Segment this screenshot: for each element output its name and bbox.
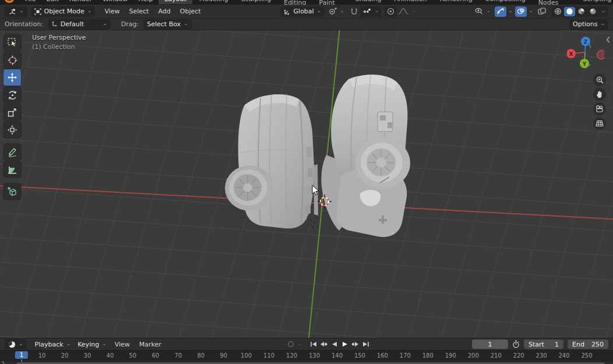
- options-dropdown[interactable]: Options ⌄: [569, 19, 608, 30]
- play-button[interactable]: [340, 340, 349, 348]
- tab-texture-paint[interactable]: Texture Paint: [313, 0, 348, 5]
- chevron-down-icon[interactable]: ⌄: [298, 341, 302, 347]
- snap-target-dropdown[interactable]: ⌄: [360, 6, 382, 17]
- sidebar-toggle-arrow[interactable]: ❮: [606, 36, 611, 43]
- ruler-tick-label: 220: [513, 352, 524, 359]
- chevron-down-icon[interactable]: ⌄: [529, 8, 533, 13]
- pan-button[interactable]: [593, 88, 606, 101]
- menu-file[interactable]: File: [20, 0, 41, 3]
- object-visibility-dropdown[interactable]: ⌄: [473, 6, 493, 17]
- timeline-marker-menu[interactable]: Marker: [135, 341, 166, 348]
- ruler-tick-label: 190: [445, 352, 456, 359]
- menu-help[interactable]: Help: [133, 0, 158, 3]
- jump-to-end-button[interactable]: [361, 340, 370, 348]
- active-collection-label: (1) Collection: [32, 43, 86, 51]
- current-frame-field[interactable]: 1: [472, 340, 508, 349]
- menu-object[interactable]: Object: [175, 8, 206, 15]
- tab-scripting[interactable]: Scripting: [577, 0, 613, 4]
- tab-rendering[interactable]: Rendering: [434, 0, 478, 4]
- current-frame-indicator[interactable]: 1: [15, 351, 28, 359]
- tool-select-box[interactable]: [3, 34, 21, 51]
- gizmo-neg-x-axis[interactable]: [597, 51, 605, 59]
- menu-add[interactable]: Add: [153, 8, 175, 15]
- 3d-viewport[interactable]: User Perspective (1) Collection: [0, 30, 613, 338]
- menu-render[interactable]: Render: [64, 0, 97, 3]
- xray-toggle[interactable]: [536, 6, 548, 17]
- tab-animation[interactable]: Animation: [388, 0, 432, 4]
- tool-cursor[interactable]: [3, 52, 21, 68]
- ruler-tick-label: 110: [263, 352, 274, 359]
- snap-toggle[interactable]: [348, 6, 360, 17]
- chevron-down-icon[interactable]: ⌄: [508, 8, 513, 13]
- snap-increment-icon: [362, 8, 372, 15]
- transform-orientation-dropdown[interactable]: Global ⌄: [280, 6, 325, 17]
- tool-rotate[interactable]: [3, 87, 21, 103]
- prev-keyframe-button[interactable]: [319, 340, 328, 348]
- proportional-falloff-dropdown[interactable]: ⌄: [396, 6, 418, 17]
- tab-layout[interactable]: Layout: [158, 0, 192, 4]
- jump-to-start-button[interactable]: [309, 340, 318, 348]
- pivot-point-icon: [329, 8, 337, 15]
- shading-wireframe-button[interactable]: [552, 7, 563, 16]
- overlays-icon: [517, 8, 525, 15]
- next-keyframe-button[interactable]: [351, 340, 360, 348]
- editor-type-button[interactable]: ⌄: [5, 6, 27, 17]
- cursor-tool-icon: [8, 55, 17, 65]
- shading-material-button[interactable]: [576, 7, 587, 16]
- shading-solid-button[interactable]: [564, 7, 575, 16]
- perspective-toggle-button[interactable]: [593, 117, 606, 130]
- tab-compositing[interactable]: Compositing: [480, 0, 531, 4]
- tool-move[interactable]: [3, 69, 21, 86]
- auto-keying-toggle[interactable]: [285, 339, 297, 349]
- proportional-editing-toggle[interactable]: [385, 6, 396, 17]
- orientation-default-dropdown[interactable]: Default ⌄: [48, 19, 111, 30]
- ruler-tick-label: 10: [38, 352, 46, 359]
- camera-icon: [596, 105, 604, 112]
- timeline-corner-icon[interactable]: ❯: [1, 361, 5, 364]
- tab-uv-editing[interactable]: UV Editing: [278, 0, 312, 5]
- menu-edit[interactable]: Edit: [41, 0, 64, 3]
- falloff-curve-icon: [398, 8, 408, 15]
- tab-geometry-nodes[interactable]: Geometry Nodes: [533, 0, 576, 5]
- blender-logo-icon[interactable]: [5, 0, 14, 3]
- end-frame-field[interactable]: End 250: [568, 340, 608, 349]
- timeline-editor-type-button[interactable]: ⌄: [5, 339, 27, 349]
- show-gizmo-toggle[interactable]: [495, 6, 506, 17]
- mesh-object-left[interactable]: [225, 94, 314, 228]
- tool-measure[interactable]: [3, 161, 21, 178]
- timeline-ruler[interactable]: 1 10203040506070809010011012013014015016…: [0, 350, 613, 362]
- xray-icon: [538, 8, 546, 15]
- tab-sculpting[interactable]: Sculpting: [235, 0, 277, 4]
- tool-transform[interactable]: [3, 122, 21, 138]
- drag-select-box-dropdown[interactable]: Select Box ⌄: [143, 19, 191, 30]
- tab-shading[interactable]: Shading: [350, 0, 387, 4]
- menu-view[interactable]: View: [100, 8, 124, 15]
- keying-menu[interactable]: Keying⌄: [74, 339, 110, 349]
- play-reverse-button[interactable]: [330, 340, 339, 348]
- tool-scale[interactable]: [3, 104, 21, 121]
- chevron-down-icon: ⌄: [87, 8, 92, 13]
- menu-select[interactable]: Select: [125, 8, 154, 15]
- camera-view-button[interactable]: [593, 103, 606, 115]
- material-preview-icon: [577, 8, 585, 15]
- pivot-point-dropdown[interactable]: ⌄: [327, 6, 346, 17]
- timeline-view-menu[interactable]: View: [110, 341, 135, 348]
- menu-window[interactable]: Window: [97, 0, 133, 3]
- navigation-gizmo[interactable]: Z X Y: [567, 33, 604, 70]
- zoom-button[interactable]: [593, 73, 606, 86]
- shading-mode-group: ⌄: [551, 6, 608, 17]
- ruler-tick-label: 80: [197, 352, 205, 359]
- mesh-object-right[interactable]: [313, 75, 410, 237]
- chevron-down-icon[interactable]: ⌄: [599, 8, 607, 13]
- mode-selector[interactable]: Object Mode ⌄: [31, 6, 96, 17]
- chevron-down-icon: ⌄: [375, 8, 379, 13]
- proportional-editing-icon: [387, 8, 394, 15]
- tool-annotate[interactable]: [3, 144, 21, 160]
- tool-add-cube[interactable]: [3, 183, 21, 200]
- start-frame-field[interactable]: Start 1: [524, 340, 563, 349]
- playback-menu[interactable]: Playback⌄: [31, 339, 75, 349]
- shading-rendered-button[interactable]: [587, 7, 598, 16]
- ruler-tick-label: 200: [468, 352, 479, 359]
- tab-modeling[interactable]: Modeling: [193, 0, 234, 4]
- show-overlays-toggle[interactable]: [515, 6, 527, 17]
